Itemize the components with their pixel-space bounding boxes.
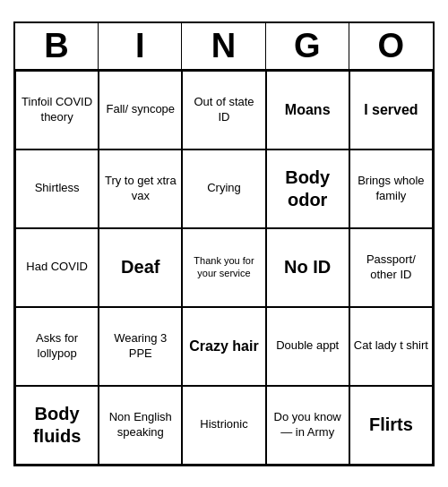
bingo-letter-b: B (15, 23, 99, 69)
bingo-cell-13: No ID (266, 228, 349, 307)
bingo-cell-4: I served (349, 71, 433, 150)
bingo-cell-7: Crying (182, 150, 265, 228)
bingo-cell-6: Try to get xtra vax (99, 150, 182, 228)
bingo-cell-22: Histrionic (182, 386, 265, 465)
bingo-cell-8: Body odor (266, 150, 349, 228)
bingo-cell-15: Asks for lollypop (15, 307, 99, 386)
bingo-cell-3: Moans (266, 71, 349, 150)
bingo-cell-24: Flirts (349, 386, 433, 465)
bingo-header: BINGO (15, 23, 433, 71)
bingo-cell-16: Wearing 3 PPE (99, 307, 182, 386)
bingo-letter-i: I (99, 23, 182, 69)
bingo-cell-9: Brings whole family (349, 150, 433, 228)
bingo-cell-20: Body fluids (15, 386, 99, 465)
bingo-card: BINGO Tinfoil COVID theoryFall/ syncopeO… (13, 21, 435, 466)
bingo-letter-o: O (349, 23, 433, 69)
bingo-cell-18: Double appt (266, 307, 349, 386)
bingo-cell-14: Passport/ other ID (349, 228, 433, 307)
bingo-cell-17: Crazy hair (182, 307, 265, 386)
bingo-cell-12: Thank you for your service (182, 228, 265, 307)
bingo-grid: Tinfoil COVID theoryFall/ syncopeOut of … (15, 71, 433, 465)
bingo-cell-23: Do you know — in Army (266, 386, 349, 465)
bingo-cell-2: Out of state ID (182, 71, 265, 150)
bingo-cell-5: Shirtless (15, 150, 99, 228)
bingo-cell-0: Tinfoil COVID theory (15, 71, 99, 150)
bingo-cell-19: Cat lady t shirt (349, 307, 433, 386)
bingo-letter-n: N (182, 23, 265, 69)
bingo-letter-g: G (266, 23, 349, 69)
bingo-cell-10: Had COVID (15, 228, 99, 307)
bingo-cell-11: Deaf (99, 228, 182, 307)
bingo-cell-21: Non English speaking (99, 386, 182, 465)
bingo-cell-1: Fall/ syncope (99, 71, 182, 150)
